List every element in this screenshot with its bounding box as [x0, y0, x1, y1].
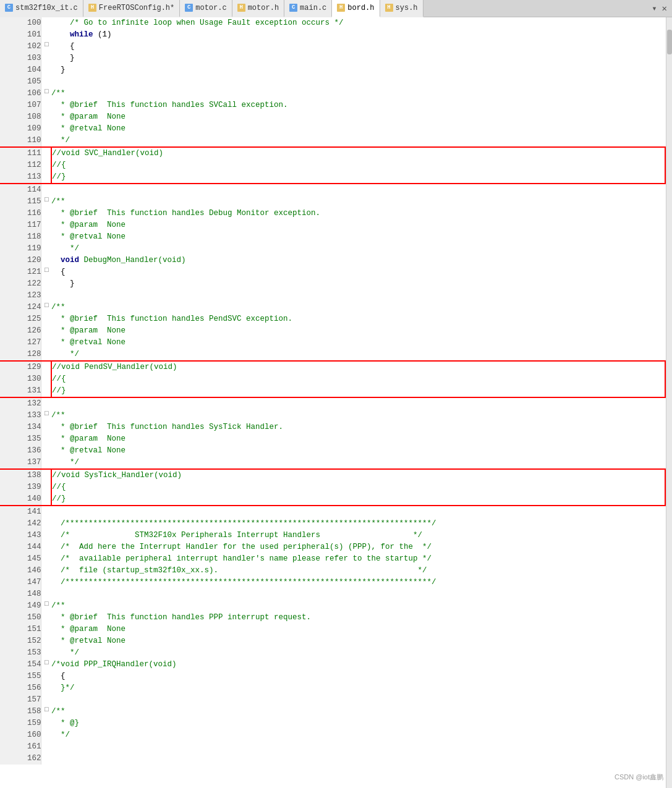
- code-line: [51, 741, 665, 753]
- tab-label: sys.h: [396, 4, 418, 12]
- tab-actions: ▾ ✕: [649, 3, 672, 14]
- table-row: 150 * @brief This function handles PPP i…: [0, 612, 665, 624]
- code-table: 100 /* Go to infinite loop when Usage Fa…: [0, 17, 666, 765]
- fold-indicator: [41, 361, 51, 373]
- code-text: [51, 256, 61, 265]
- line-number: 114: [0, 184, 41, 196]
- tab-label: motor.h: [248, 4, 279, 12]
- fold-indicator[interactable]: □: [41, 706, 51, 718]
- fold-indicator[interactable]: □: [41, 88, 51, 100]
- table-row: 116 * @brief This function handles Debug…: [0, 208, 665, 219]
- code-line: /**: [51, 196, 665, 208]
- line-number: 136: [0, 445, 41, 457]
- code-line: /* available peripheral interrupt handle…: [51, 553, 665, 565]
- code-line: }: [51, 278, 665, 290]
- scrollbar-thumb[interactable]: [667, 30, 672, 54]
- code-line: /* STM32F10x Peripherals Interrupt Handl…: [51, 530, 665, 541]
- table-row: 158□/**: [0, 706, 665, 718]
- fold-indicator: [41, 135, 51, 147]
- code-line: * @param None: [51, 325, 665, 337]
- fold-indicator[interactable]: □: [41, 41, 51, 53]
- code-line: */: [51, 457, 665, 469]
- line-number: 148: [0, 588, 41, 600]
- line-number: 145: [0, 553, 41, 565]
- tab-list-button[interactable]: ▾: [649, 3, 659, 14]
- code-line: * @retval None: [51, 123, 665, 135]
- fold-indicator[interactable]: □: [41, 410, 51, 422]
- line-number: 129: [0, 361, 41, 373]
- fold-indicator: [41, 278, 51, 290]
- code-line: */: [51, 647, 665, 659]
- fold-indicator: [41, 159, 51, 171]
- code-line: //void PendSV_Handler(void): [51, 361, 665, 373]
- line-number: 123: [0, 290, 41, 302]
- fold-indicator: [41, 373, 51, 385]
- line-number: 146: [0, 565, 41, 577]
- table-row: 148: [0, 588, 665, 600]
- fold-indicator: [41, 76, 51, 88]
- line-number: 107: [0, 100, 41, 111]
- fold-indicator[interactable]: □: [41, 196, 51, 208]
- table-row: 123: [0, 290, 665, 302]
- close-all-button[interactable]: ✕: [660, 3, 670, 14]
- fold-indicator: [41, 741, 51, 753]
- code-line: /**: [51, 410, 665, 422]
- code-line: * @retval None: [51, 635, 665, 647]
- table-row: 121□ {: [0, 266, 665, 278]
- table-row: 161: [0, 741, 665, 753]
- table-row: 103 }: [0, 53, 665, 64]
- table-row: 101 while (1): [0, 29, 665, 41]
- code-line: * @param None: [51, 624, 665, 635]
- code-line: */: [51, 135, 665, 147]
- fold-indicator: [41, 171, 51, 184]
- code-line: * @retval None: [51, 337, 665, 349]
- table-row: 122 }: [0, 278, 665, 290]
- code-line: * @brief This function handles Debug Mon…: [51, 208, 665, 219]
- tab-label: stm32f10x_it.c: [15, 4, 78, 12]
- code-line: * @retval None: [51, 445, 665, 457]
- vertical-scrollbar[interactable]: [666, 17, 672, 788]
- tab-sysh[interactable]: Hsys.h: [380, 0, 423, 17]
- table-row: 152 * @retval None: [0, 635, 665, 647]
- tab-bar: Cstm32f10x_it.cHFreeRTOSConfig.h*Cmotor.…: [0, 0, 672, 17]
- tab-FreeRTOSConfigh[interactable]: HFreeRTOSConfig.h*: [83, 0, 180, 17]
- table-row: 106□/**: [0, 88, 665, 100]
- table-row: 100 /* Go to infinite loop when Usage Fa…: [0, 17, 665, 29]
- table-row: 132: [0, 397, 665, 410]
- keyword-void: void: [61, 256, 79, 265]
- tab-stm32f10xitc[interactable]: Cstm32f10x_it.c: [0, 0, 83, 17]
- line-number: 121: [0, 266, 41, 278]
- fold-indicator: [41, 445, 51, 457]
- line-number: 100: [0, 17, 41, 29]
- tab-mainc[interactable]: Cmain.c: [284, 0, 332, 17]
- code-line: //{: [51, 159, 665, 171]
- line-number: 140: [0, 493, 41, 506]
- tab-motorh[interactable]: Hmotor.h: [232, 0, 284, 17]
- table-row: 126 * @param None: [0, 325, 665, 337]
- code-line: {: [51, 266, 665, 278]
- line-number: 156: [0, 682, 41, 694]
- code-scroll[interactable]: 100 /* Go to infinite loop when Usage Fa…: [0, 17, 666, 788]
- fold-indicator[interactable]: □: [41, 302, 51, 313]
- line-number: 110: [0, 135, 41, 147]
- tab-bordh[interactable]: Hbord.h: [332, 0, 380, 17]
- fold-indicator: [41, 671, 51, 682]
- table-row: 159 * @}: [0, 718, 665, 729]
- table-row: 140//}: [0, 493, 665, 506]
- table-row: 115□/**: [0, 196, 665, 208]
- line-number: 144: [0, 541, 41, 553]
- fold-indicator[interactable]: □: [41, 266, 51, 278]
- fold-indicator: [41, 325, 51, 337]
- table-row: 129//void PendSV_Handler(void): [0, 361, 665, 373]
- fold-indicator[interactable]: □: [41, 659, 51, 671]
- fold-indicator[interactable]: □: [41, 600, 51, 612]
- fold-indicator: [41, 493, 51, 506]
- code-text: (1): [93, 30, 112, 39]
- line-number: 103: [0, 53, 41, 64]
- tab-motorc[interactable]: Cmotor.c: [180, 0, 232, 17]
- table-row: 133□/**: [0, 410, 665, 422]
- table-row: 119 */: [0, 243, 665, 255]
- fold-indicator: [41, 337, 51, 349]
- table-row: 134 * @brief This function handles SysTi…: [0, 422, 665, 433]
- code-line: }: [51, 53, 665, 64]
